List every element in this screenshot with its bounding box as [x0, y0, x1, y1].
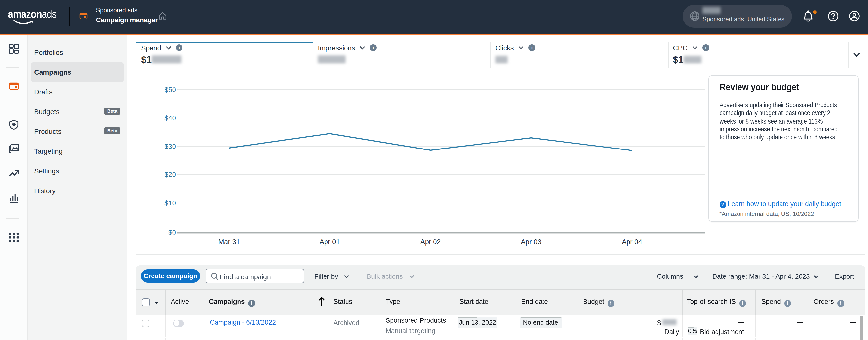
svg-text:$10: $10 [164, 199, 176, 207]
svg-text:$50: $50 [164, 86, 176, 93]
svg-text:Apr 01: Apr 01 [319, 238, 340, 245]
svg-text:Apr 03: Apr 03 [521, 238, 541, 245]
svg-text:$40: $40 [164, 114, 176, 122]
svg-text:$0: $0 [168, 228, 176, 236]
svg-text:Mar 31: Mar 31 [218, 238, 240, 245]
svg-text:Apr 02: Apr 02 [420, 238, 441, 245]
svg-text:$30: $30 [164, 142, 176, 150]
svg-text:Apr 04: Apr 04 [622, 238, 642, 245]
svg-text:$20: $20 [164, 171, 176, 178]
